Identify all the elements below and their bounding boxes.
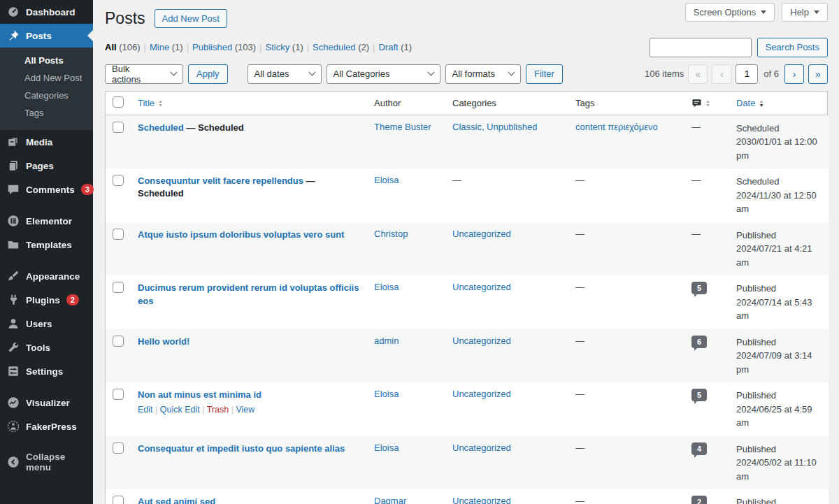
formats-filter-select[interactable]: All formats xyxy=(445,64,521,84)
search-input[interactable] xyxy=(650,38,752,57)
author-link[interactable]: Theme Buster xyxy=(374,122,431,132)
author-link[interactable]: Christop xyxy=(374,229,408,239)
search-box: Search Posts xyxy=(650,38,828,57)
sidebar-item-pages[interactable]: Pages xyxy=(0,154,93,178)
row-checkbox[interactable] xyxy=(113,496,124,504)
comment-count-badge[interactable]: 5 xyxy=(691,282,707,294)
bulk-actions-select[interactable]: Bulk actions xyxy=(105,64,183,84)
sidebar-item-tools[interactable]: Tools xyxy=(0,336,93,359)
categories-filter-select[interactable]: All Categories xyxy=(327,64,440,84)
row-checkbox[interactable] xyxy=(113,122,124,133)
next-page-button[interactable]: › xyxy=(784,64,804,84)
row-checkbox[interactable] xyxy=(113,175,124,186)
sidebar-item-visualizer[interactable]: Visualizer xyxy=(0,391,93,415)
sort-icons: ▲▼ xyxy=(705,99,710,108)
prev-page-button[interactable]: ‹ xyxy=(712,64,731,84)
filter-link-scheduled[interactable]: Scheduled (2) xyxy=(313,42,369,52)
post-title-link[interactable]: Consequatur et impedit iusto quo sapient… xyxy=(138,443,345,454)
author-link[interactable]: admin xyxy=(374,336,399,346)
categories-link[interactable]: Uncategorized xyxy=(452,442,511,453)
sidebar-item-plugins[interactable]: Plugins2 xyxy=(0,288,93,312)
comment-count-badge[interactable]: 2 xyxy=(691,496,707,504)
screen-options-button[interactable]: Screen Options xyxy=(685,3,775,22)
post-title-link[interactable]: Aut sed animi sed xyxy=(138,496,215,504)
row-checkbox[interactable] xyxy=(113,229,124,240)
post-title-link[interactable]: Ducimus rerum provident rerum id volupta… xyxy=(138,282,359,306)
quick-edit-action-link[interactable]: Quick Edit xyxy=(160,405,200,415)
author-link[interactable]: Eloisa xyxy=(374,389,399,399)
row-checkbox[interactable] xyxy=(113,442,124,454)
author-link[interactable]: Eloisa xyxy=(374,442,399,453)
filter-count: (103) xyxy=(235,42,256,52)
categories-link[interactable]: Classic, Unpublished xyxy=(452,122,537,132)
main-content: Screen Options Help Posts Add New Post A… xyxy=(93,0,839,504)
categories-link[interactable]: Uncategorized xyxy=(452,496,511,504)
row-checkbox[interactable] xyxy=(113,336,124,347)
sidebar-item-posts[interactable]: Posts xyxy=(0,24,93,48)
sidebar-item-media[interactable]: Media xyxy=(0,130,93,154)
post-title-link[interactable]: Atque iusto ipsum doloribus voluptas ver… xyxy=(138,229,344,240)
post-status: Published xyxy=(736,282,822,296)
filter-link-draft[interactable]: Draft (1) xyxy=(378,42,412,52)
sidebar-item-settings[interactable]: Settings xyxy=(0,359,93,383)
author-link[interactable]: Eloisa xyxy=(374,175,399,185)
sidebar-item-templates[interactable]: Templates xyxy=(0,233,93,257)
column-header-comments[interactable]: ▲▼ xyxy=(684,92,729,115)
row-checkbox[interactable] xyxy=(113,389,124,400)
help-button[interactable]: Help xyxy=(782,3,828,22)
post-title-link[interactable]: Consequuntur velit facere repellendus xyxy=(138,175,303,186)
sidebar-subitem-categories[interactable]: Categories xyxy=(0,87,93,104)
post-title-link[interactable]: Scheduled xyxy=(138,122,184,133)
sidebar-item-collapse-menu[interactable]: Collapse menu xyxy=(0,446,93,478)
comment-count-badge[interactable]: 4 xyxy=(691,442,707,455)
sidebar-item-elementor[interactable]: Elementor xyxy=(0,209,93,233)
filter-link-published[interactable]: Published (103) xyxy=(192,42,256,52)
tags-link[interactable]: content περιεχόμενο xyxy=(575,122,658,132)
post-title-link[interactable]: Hello world! xyxy=(138,336,189,347)
last-page-button[interactable]: » xyxy=(808,64,828,84)
search-posts-button[interactable]: Search Posts xyxy=(757,38,828,57)
view-action-link[interactable]: View xyxy=(236,405,254,415)
add-new-post-button[interactable]: Add New Post xyxy=(155,9,227,28)
sidebar-item-dashboard[interactable]: Dashboard xyxy=(0,0,93,24)
comment-count-badge[interactable]: 5 xyxy=(691,389,707,401)
filter-link-sticky[interactable]: Sticky (1) xyxy=(266,42,303,52)
sidebar-item-appearance[interactable]: Appearance xyxy=(0,264,93,288)
sidebar-item-users[interactable]: Users xyxy=(0,312,93,336)
tags-empty: — xyxy=(575,229,585,239)
column-header-date[interactable]: Date▲▼ xyxy=(729,92,829,115)
admin-sidebar: DashboardPostsAll PostsAdd New PostCateg… xyxy=(0,0,93,504)
categories-link[interactable]: Uncategorized xyxy=(452,336,511,346)
sidebar-subitem-all-posts[interactable]: All Posts xyxy=(0,52,93,69)
comment-count-badge[interactable]: 6 xyxy=(691,336,707,348)
filter-separator: | xyxy=(183,42,192,52)
filter-button[interactable]: Filter xyxy=(526,64,563,84)
edit-action-link[interactable]: Edit xyxy=(138,405,153,415)
sidebar-subitem-add-new-post[interactable]: Add New Post xyxy=(0,69,93,87)
trash-action-link[interactable]: Trash xyxy=(207,405,229,415)
sidebar-subitem-tags[interactable]: Tags xyxy=(0,104,93,122)
post-title-link[interactable]: Non aut minus est minima id xyxy=(138,389,261,400)
column-header-title[interactable]: Title▲▼ xyxy=(131,92,367,115)
categories-link[interactable]: Uncategorized xyxy=(452,229,511,239)
sidebar-item-comments[interactable]: Comments3 xyxy=(0,178,93,201)
categories-link[interactable]: Uncategorized xyxy=(452,282,511,292)
author-link[interactable]: Dagmar xyxy=(374,496,406,504)
filter-count: (2) xyxy=(358,42,369,52)
author-link[interactable]: Eloisa xyxy=(374,282,399,292)
dates-filter-select[interactable]: All dates xyxy=(248,64,322,84)
current-page-input[interactable] xyxy=(736,64,758,84)
sidebar-item-fakerpress[interactable]: FakerPress xyxy=(0,415,93,438)
apply-button[interactable]: Apply xyxy=(188,64,228,84)
toolbar-row: Bulk actions Apply All dates All Categor… xyxy=(105,64,828,84)
filter-link-all[interactable]: All (106) xyxy=(105,42,141,52)
table-row: Hello world!adminUncategorized—6Publishe… xyxy=(106,329,829,383)
row-checkbox[interactable] xyxy=(113,282,124,293)
categories-link[interactable]: Uncategorized xyxy=(452,389,511,399)
help-label: Help xyxy=(790,7,809,17)
select-all-checkbox[interactable] xyxy=(113,96,124,108)
filter-link-mine[interactable]: Mine (1) xyxy=(150,42,183,52)
first-page-button[interactable]: « xyxy=(688,64,708,84)
toolbar: Bulk actions Apply All dates All Categor… xyxy=(105,64,563,84)
column-header-tags: Tags xyxy=(568,92,684,115)
